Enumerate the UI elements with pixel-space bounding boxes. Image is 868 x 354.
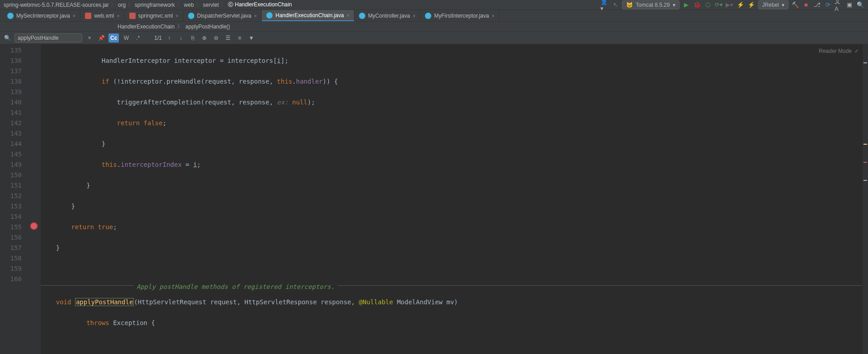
- find-input[interactable]: [14, 33, 82, 42]
- jrebel-run-icon[interactable]: ⚡: [736, 1, 745, 9]
- prev-match-icon[interactable]: ↑: [165, 33, 174, 42]
- editor-tabs: MySecInterceptor.java× web.xml× springmv…: [0, 10, 868, 22]
- regex-toggle[interactable]: .*: [133, 33, 142, 42]
- check-icon: ✓: [854, 48, 859, 54]
- breadcrumb-method[interactable]: applyPostHandle(): [185, 24, 230, 30]
- filter-icon[interactable]: ▼: [247, 33, 256, 42]
- back-icon[interactable]: ↖: [611, 1, 619, 9]
- breadcrumb-item[interactable]: web: [184, 2, 194, 8]
- tab-handlerexecutionchain[interactable]: HandlerExecutionChain.java×: [262, 10, 354, 21]
- show-tool-icon[interactable]: ☰: [223, 33, 232, 42]
- top-navbar: spring-webmvc-5.0.7.RELEASE-sources.jar〉…: [0, 0, 868, 10]
- debug-button[interactable]: 🐞: [693, 1, 701, 9]
- run-config-selector[interactable]: 🐱 Tomcat 8.5.29 ▾: [622, 0, 679, 9]
- close-icon[interactable]: ×: [413, 13, 415, 19]
- match-case-toggle[interactable]: Cc: [108, 33, 119, 42]
- java-icon: [359, 13, 365, 19]
- layout-button[interactable]: ▣: [845, 1, 854, 9]
- translate-button[interactable]: 文A: [835, 1, 843, 9]
- reader-mode-badge[interactable]: Reader Mode ✓: [819, 48, 859, 54]
- tab-mycontroller[interactable]: MyController.java×: [354, 10, 420, 21]
- breakpoint-icon[interactable]: [30, 222, 38, 230]
- pin-icon[interactable]: 📌: [97, 33, 106, 42]
- gutter-icons: [27, 44, 41, 354]
- chevron-down-icon: ▾: [673, 2, 675, 8]
- tomcat-icon: 🐱: [626, 2, 633, 8]
- stop-button[interactable]: ■: [802, 1, 810, 9]
- nav-breadcrumbs[interactable]: spring-webmvc-5.0.7.RELEASE-sources.jar〉…: [4, 1, 292, 9]
- chevron-down-icon: ▾: [782, 2, 784, 8]
- code-editor[interactable]: 135136137 138139140 141142143 144145 149…: [0, 44, 868, 354]
- clear-icon[interactable]: ×: [85, 33, 94, 42]
- structure-breadcrumb[interactable]: HandlerExecutionChain 〉 applyPostHandle(…: [0, 22, 868, 32]
- run-button[interactable]: ▶: [682, 1, 690, 9]
- xml-icon: [129, 13, 136, 19]
- close-icon[interactable]: ×: [175, 13, 178, 19]
- breadcrumb-class[interactable]: HandlerExecutionChain: [118, 24, 175, 30]
- coverage-button[interactable]: ⬡: [704, 1, 712, 9]
- line-gutter: 135136137 138139140 141142143 144145 149…: [0, 44, 27, 354]
- find-bar: 🔍 × 📌 Cc W .* 1/1 ↑ ↓ ⎘ ⊕ ⊖ ☰ ≡ ▼: [0, 32, 868, 44]
- update-button[interactable]: ⟳: [824, 1, 832, 9]
- breadcrumb-item[interactable]: servlet: [203, 2, 219, 8]
- breadcrumb-item[interactable]: ⓒ HandlerExecutionChain: [228, 1, 292, 9]
- search-everywhere-icon[interactable]: 🔍: [856, 1, 864, 9]
- java-icon: [188, 13, 194, 19]
- breadcrumb-item[interactable]: spring-webmvc-5.0.7.RELEASE-sources.jar: [4, 2, 109, 8]
- words-toggle[interactable]: W: [122, 33, 131, 42]
- java-icon: [7, 13, 14, 19]
- git-button[interactable]: ⎇: [813, 1, 821, 9]
- java-icon: [425, 13, 431, 19]
- user-icon[interactable]: 👤▾: [600, 1, 609, 9]
- remove-selection-icon[interactable]: ⊖: [212, 33, 221, 42]
- close-icon[interactable]: ×: [73, 13, 75, 19]
- jrebel-debug-icon[interactable]: ⚡: [747, 1, 755, 9]
- tab-dispatcherservlet[interactable]: DispatcherServlet.java×: [184, 10, 262, 21]
- tab-springmvcxml[interactable]: springmvc.xml×: [125, 10, 184, 21]
- jrebel-label: JRebel: [762, 2, 779, 8]
- profile-button[interactable]: ⟳▾: [715, 1, 723, 9]
- jrebel-selector[interactable]: JRebel ▾: [758, 0, 788, 9]
- build-button[interactable]: 🔨: [791, 1, 799, 9]
- find-results-count: 1/1: [154, 35, 162, 41]
- add-selection-icon[interactable]: ⊕: [200, 33, 209, 42]
- close-icon[interactable]: ×: [492, 13, 495, 19]
- toolbar-right: 👤▾ ↖ 🐱 Tomcat 8.5.29 ▾ ▶ 🐞 ⬡ ⟳▾ ▶▾ ⚡ ⚡ J…: [600, 0, 864, 9]
- run-context-button[interactable]: ▶▾: [726, 1, 734, 9]
- breadcrumb-item[interactable]: springframework: [135, 2, 175, 8]
- tab-myfirstinterceptor[interactable]: MyFirstInterceptor.java×: [420, 10, 500, 21]
- breadcrumb-item[interactable]: org: [118, 2, 126, 8]
- tab-mysecinterceptor[interactable]: MySecInterceptor.java×: [3, 10, 80, 21]
- run-config-label: Tomcat 8.5.29: [636, 2, 670, 8]
- next-match-icon[interactable]: ↓: [176, 33, 185, 42]
- java-icon: [266, 12, 273, 19]
- xml-icon: [85, 13, 91, 19]
- tab-webxml[interactable]: web.xml×: [80, 10, 124, 21]
- select-all-icon[interactable]: ⎘: [188, 33, 197, 42]
- code-area[interactable]: HandlerInterceptor interceptor = interce…: [41, 44, 863, 354]
- settings-icon[interactable]: ≡: [235, 33, 244, 42]
- search-icon[interactable]: 🔍: [3, 33, 12, 42]
- close-icon[interactable]: ×: [254, 13, 257, 19]
- error-stripe[interactable]: [863, 44, 868, 354]
- close-icon[interactable]: ×: [117, 13, 119, 19]
- javadoc-fold[interactable]: Apply postHandle methods of registered i…: [134, 282, 337, 292]
- close-icon[interactable]: ×: [347, 13, 349, 18]
